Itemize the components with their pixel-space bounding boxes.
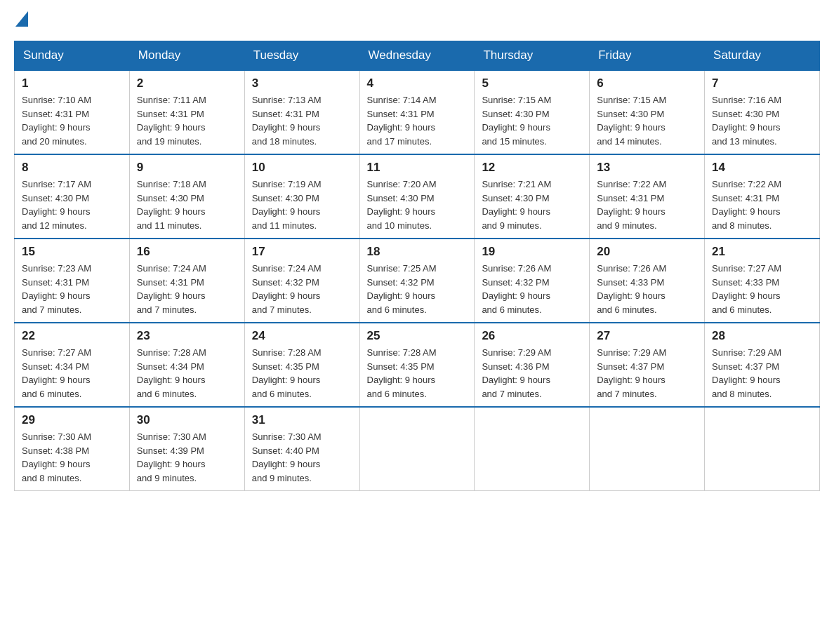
day-number: 31 (252, 413, 352, 427)
day-info: Sunrise: 7:20 AMSunset: 4:30 PMDaylight:… (367, 177, 468, 232)
calendar-cell: 9 Sunrise: 7:18 AMSunset: 4:30 PMDayligh… (129, 154, 244, 239)
column-header-thursday: Thursday (475, 41, 590, 71)
calendar-cell (475, 407, 590, 491)
logo (14, 14, 28, 27)
day-info: Sunrise: 7:29 AMSunset: 4:36 PMDaylight:… (482, 346, 582, 401)
calendar-cell: 28 Sunrise: 7:29 AMSunset: 4:37 PMDaylig… (705, 323, 820, 407)
calendar-week-row: 22 Sunrise: 7:27 AMSunset: 4:34 PMDaylig… (15, 323, 820, 407)
day-number: 23 (137, 329, 237, 343)
calendar-cell (359, 407, 475, 491)
day-number: 21 (712, 245, 812, 259)
column-header-monday: Monday (129, 41, 244, 71)
day-info: Sunrise: 7:15 AMSunset: 4:30 PMDaylight:… (597, 93, 697, 148)
day-info: Sunrise: 7:28 AMSunset: 4:34 PMDaylight:… (137, 346, 237, 401)
day-number: 19 (482, 245, 582, 259)
day-info: Sunrise: 7:22 AMSunset: 4:31 PMDaylight:… (712, 177, 812, 232)
day-number: 28 (712, 329, 812, 343)
day-info: Sunrise: 7:28 AMSunset: 4:35 PMDaylight:… (367, 346, 468, 401)
day-info: Sunrise: 7:28 AMSunset: 4:35 PMDaylight:… (252, 346, 352, 401)
calendar-cell: 6 Sunrise: 7:15 AMSunset: 4:30 PMDayligh… (590, 70, 705, 154)
calendar-cell: 2 Sunrise: 7:11 AMSunset: 4:31 PMDayligh… (129, 70, 244, 154)
day-info: Sunrise: 7:30 AMSunset: 4:39 PMDaylight:… (137, 430, 237, 485)
calendar-cell (705, 407, 820, 491)
calendar-cell: 18 Sunrise: 7:25 AMSunset: 4:32 PMDaylig… (359, 239, 475, 323)
day-number: 16 (137, 245, 237, 259)
calendar-header-row: SundayMondayTuesdayWednesdayThursdayFrid… (15, 41, 820, 71)
day-info: Sunrise: 7:26 AMSunset: 4:33 PMDaylight:… (597, 262, 697, 316)
day-number: 5 (482, 76, 582, 90)
logo-triangle-icon (15, 11, 28, 27)
day-info: Sunrise: 7:27 AMSunset: 4:34 PMDaylight:… (22, 346, 122, 401)
day-info: Sunrise: 7:24 AMSunset: 4:32 PMDaylight:… (252, 262, 352, 316)
calendar-cell: 13 Sunrise: 7:22 AMSunset: 4:31 PMDaylig… (590, 154, 705, 239)
day-number: 15 (22, 245, 122, 259)
day-number: 4 (367, 76, 468, 90)
calendar-cell: 30 Sunrise: 7:30 AMSunset: 4:39 PMDaylig… (129, 407, 244, 491)
calendar-cell: 26 Sunrise: 7:29 AMSunset: 4:36 PMDaylig… (475, 323, 590, 407)
calendar-cell: 31 Sunrise: 7:30 AMSunset: 4:40 PMDaylig… (244, 407, 359, 491)
day-info: Sunrise: 7:30 AMSunset: 4:38 PMDaylight:… (22, 430, 122, 485)
calendar-week-row: 15 Sunrise: 7:23 AMSunset: 4:31 PMDaylig… (15, 239, 820, 323)
calendar-cell: 5 Sunrise: 7:15 AMSunset: 4:30 PMDayligh… (475, 70, 590, 154)
calendar-cell: 8 Sunrise: 7:17 AMSunset: 4:30 PMDayligh… (15, 154, 130, 239)
day-number: 12 (482, 161, 582, 175)
logo-mark (14, 14, 28, 27)
calendar-table: SundayMondayTuesdayWednesdayThursdayFrid… (14, 41, 820, 491)
calendar-cell: 14 Sunrise: 7:22 AMSunset: 4:31 PMDaylig… (705, 154, 820, 239)
calendar-cell: 19 Sunrise: 7:26 AMSunset: 4:32 PMDaylig… (475, 239, 590, 323)
column-header-saturday: Saturday (705, 41, 820, 71)
calendar-cell: 11 Sunrise: 7:20 AMSunset: 4:30 PMDaylig… (359, 154, 475, 239)
day-info: Sunrise: 7:15 AMSunset: 4:30 PMDaylight:… (482, 93, 582, 148)
day-number: 3 (252, 76, 352, 90)
day-info: Sunrise: 7:29 AMSunset: 4:37 PMDaylight:… (597, 346, 697, 401)
day-info: Sunrise: 7:26 AMSunset: 4:32 PMDaylight:… (482, 262, 582, 316)
page-header (14, 14, 820, 27)
calendar-week-row: 1 Sunrise: 7:10 AMSunset: 4:31 PMDayligh… (15, 70, 820, 154)
day-info: Sunrise: 7:29 AMSunset: 4:37 PMDaylight:… (712, 346, 812, 401)
column-header-friday: Friday (590, 41, 705, 71)
day-number: 22 (22, 329, 122, 343)
calendar-cell: 1 Sunrise: 7:10 AMSunset: 4:31 PMDayligh… (15, 70, 130, 154)
column-header-wednesday: Wednesday (359, 41, 475, 71)
day-number: 25 (367, 329, 468, 343)
day-number: 18 (367, 245, 468, 259)
day-info: Sunrise: 7:23 AMSunset: 4:31 PMDaylight:… (22, 262, 122, 316)
day-number: 9 (137, 161, 237, 175)
calendar-cell: 25 Sunrise: 7:28 AMSunset: 4:35 PMDaylig… (359, 323, 475, 407)
day-info: Sunrise: 7:11 AMSunset: 4:31 PMDaylight:… (137, 93, 237, 148)
column-header-sunday: Sunday (15, 41, 130, 71)
day-number: 2 (137, 76, 237, 90)
day-info: Sunrise: 7:24 AMSunset: 4:31 PMDaylight:… (137, 262, 237, 316)
day-number: 1 (22, 76, 122, 90)
calendar-cell: 12 Sunrise: 7:21 AMSunset: 4:30 PMDaylig… (475, 154, 590, 239)
calendar-cell: 29 Sunrise: 7:30 AMSunset: 4:38 PMDaylig… (15, 407, 130, 491)
calendar-cell: 7 Sunrise: 7:16 AMSunset: 4:30 PMDayligh… (705, 70, 820, 154)
calendar-cell: 16 Sunrise: 7:24 AMSunset: 4:31 PMDaylig… (129, 239, 244, 323)
day-info: Sunrise: 7:16 AMSunset: 4:30 PMDaylight:… (712, 93, 812, 148)
calendar-cell: 17 Sunrise: 7:24 AMSunset: 4:32 PMDaylig… (244, 239, 359, 323)
calendar-cell: 15 Sunrise: 7:23 AMSunset: 4:31 PMDaylig… (15, 239, 130, 323)
day-info: Sunrise: 7:30 AMSunset: 4:40 PMDaylight:… (252, 430, 352, 485)
day-info: Sunrise: 7:10 AMSunset: 4:31 PMDaylight:… (22, 93, 122, 148)
day-info: Sunrise: 7:14 AMSunset: 4:31 PMDaylight:… (367, 93, 468, 148)
day-info: Sunrise: 7:18 AMSunset: 4:30 PMDaylight:… (137, 177, 237, 232)
day-number: 6 (597, 76, 697, 90)
calendar-cell: 24 Sunrise: 7:28 AMSunset: 4:35 PMDaylig… (244, 323, 359, 407)
calendar-cell: 22 Sunrise: 7:27 AMSunset: 4:34 PMDaylig… (15, 323, 130, 407)
day-number: 14 (712, 161, 812, 175)
column-header-tuesday: Tuesday (244, 41, 359, 71)
day-number: 11 (367, 161, 468, 175)
calendar-week-row: 8 Sunrise: 7:17 AMSunset: 4:30 PMDayligh… (15, 154, 820, 239)
calendar-cell: 20 Sunrise: 7:26 AMSunset: 4:33 PMDaylig… (590, 239, 705, 323)
day-number: 24 (252, 329, 352, 343)
day-info: Sunrise: 7:22 AMSunset: 4:31 PMDaylight:… (597, 177, 697, 232)
day-number: 30 (137, 413, 237, 427)
calendar-cell: 21 Sunrise: 7:27 AMSunset: 4:33 PMDaylig… (705, 239, 820, 323)
day-number: 8 (22, 161, 122, 175)
day-info: Sunrise: 7:13 AMSunset: 4:31 PMDaylight:… (252, 93, 352, 148)
day-number: 27 (597, 329, 697, 343)
calendar-week-row: 29 Sunrise: 7:30 AMSunset: 4:38 PMDaylig… (15, 407, 820, 491)
calendar-cell (590, 407, 705, 491)
day-number: 7 (712, 76, 812, 90)
day-number: 10 (252, 161, 352, 175)
